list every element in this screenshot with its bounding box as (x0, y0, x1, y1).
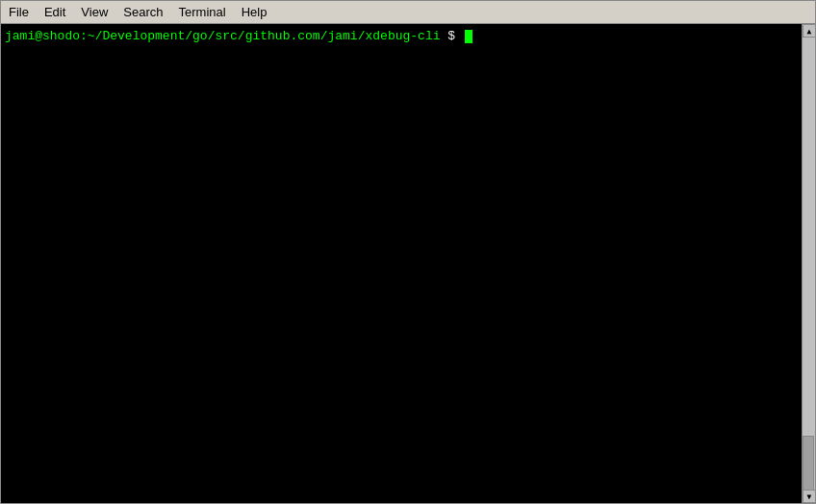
menubar: File Edit View Search Terminal Help (1, 1, 815, 24)
scrollbar-thumb[interactable] (803, 436, 814, 493)
scrollbar-down-button[interactable]: ▼ (803, 490, 815, 503)
menu-file[interactable]: File (1, 1, 37, 23)
menu-terminal[interactable]: Terminal (171, 1, 234, 23)
scrollbar[interactable]: ▲ ▼ (802, 24, 815, 503)
terminal-body[interactable]: jami@shodo : ~/Development/go/src/github… (1, 24, 815, 503)
prompt-separator: : (80, 28, 88, 45)
menu-edit[interactable]: Edit (37, 1, 73, 23)
prompt-path: ~/Development/go/src/github.com/jami/xde… (88, 28, 441, 45)
scrollbar-up-button[interactable]: ▲ (803, 24, 815, 38)
terminal-prompt-line: jami@shodo : ~/Development/go/src/github… (5, 28, 811, 45)
prompt-dollar: $ (441, 28, 463, 45)
menu-help[interactable]: Help (234, 1, 275, 23)
terminal-window: File Edit View Search Terminal Help jami… (0, 0, 816, 504)
terminal-cursor (465, 30, 472, 43)
prompt-user: jami@shodo (5, 28, 80, 45)
menu-search[interactable]: Search (115, 1, 170, 23)
menu-view[interactable]: View (73, 1, 115, 23)
